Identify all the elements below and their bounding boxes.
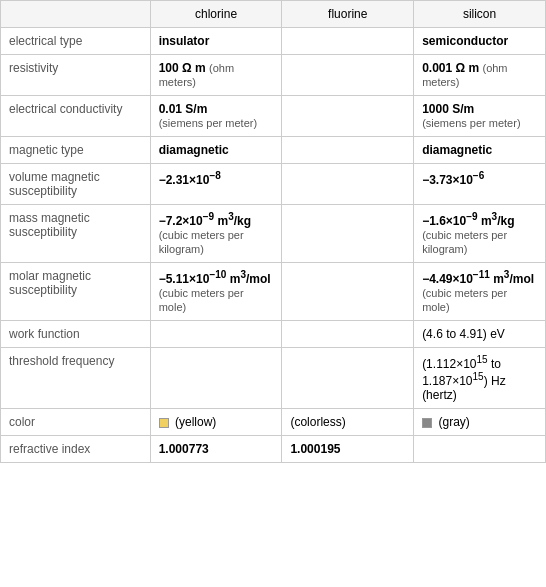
header-property (1, 1, 151, 28)
fluorine-value: (colorless) (282, 409, 414, 436)
property-label: magnetic type (1, 137, 151, 164)
table-row: electrical conductivity0.01 S/m(siemens … (1, 96, 546, 137)
chlorine-value: insulator (150, 28, 282, 55)
chlorine-value: 1.000773 (150, 436, 282, 463)
table-row: electrical typeinsulatorsemiconductor (1, 28, 546, 55)
property-label: resistivity (1, 55, 151, 96)
chlorine-value: −2.31×10−8 (150, 164, 282, 205)
fluorine-value (282, 55, 414, 96)
table-row: resistivity100 Ω m (ohm meters)0.001 Ω m… (1, 55, 546, 96)
table-row: molar magnetic susceptibility−5.11×10−10… (1, 263, 546, 321)
silicon-value: −1.6×10−9 m3/kg (cubic meters per kilogr… (414, 205, 546, 263)
table-row: mass magnetic susceptibility−7.2×10−9 m3… (1, 205, 546, 263)
chlorine-value: −7.2×10−9 m3/kg (cubic meters per kilogr… (150, 205, 282, 263)
table-row: threshold frequency(1.112×1015 to 1.187×… (1, 348, 546, 409)
chlorine-value (150, 321, 282, 348)
table-row: magnetic typediamagneticdiamagnetic (1, 137, 546, 164)
property-label: mass magnetic susceptibility (1, 205, 151, 263)
chlorine-value: −5.11×10−10 m3/mol (cubic meters per mol… (150, 263, 282, 321)
fluorine-value: 1.000195 (282, 436, 414, 463)
silicon-value: (gray) (414, 409, 546, 436)
properties-table: chlorine fluorine silicon electrical typ… (0, 0, 546, 463)
fluorine-value (282, 205, 414, 263)
silicon-value: 0.001 Ω m (ohm meters) (414, 55, 546, 96)
property-label: electrical conductivity (1, 96, 151, 137)
chlorine-value: 0.01 S/m(siemens per meter) (150, 96, 282, 137)
table-row: refractive index1.0007731.000195 (1, 436, 546, 463)
property-label: refractive index (1, 436, 151, 463)
fluorine-value (282, 263, 414, 321)
silicon-value: 1000 S/m(siemens per meter) (414, 96, 546, 137)
header-fluorine: fluorine (282, 1, 414, 28)
fluorine-value (282, 164, 414, 205)
fluorine-value (282, 96, 414, 137)
fluorine-value (282, 137, 414, 164)
silicon-value: −3.73×10−6 (414, 164, 546, 205)
property-label: color (1, 409, 151, 436)
chlorine-value: 100 Ω m (ohm meters) (150, 55, 282, 96)
property-label: work function (1, 321, 151, 348)
property-label: threshold frequency (1, 348, 151, 409)
chlorine-value: (yellow) (150, 409, 282, 436)
table-row: work function(4.6 to 4.91) eV (1, 321, 546, 348)
table-row: color (yellow)(colorless) (gray) (1, 409, 546, 436)
chlorine-value: diamagnetic (150, 137, 282, 164)
header-silicon: silicon (414, 1, 546, 28)
silicon-value: (1.112×1015 to 1.187×1015) Hz (hertz) (414, 348, 546, 409)
silicon-value: (4.6 to 4.91) eV (414, 321, 546, 348)
fluorine-value (282, 321, 414, 348)
property-label: molar magnetic susceptibility (1, 263, 151, 321)
silicon-value: −4.49×10−11 m3/mol (cubic meters per mol… (414, 263, 546, 321)
fluorine-value (282, 348, 414, 409)
property-label: volume magnetic susceptibility (1, 164, 151, 205)
silicon-value (414, 436, 546, 463)
silicon-value: semiconductor (414, 28, 546, 55)
header-chlorine: chlorine (150, 1, 282, 28)
property-label: electrical type (1, 28, 151, 55)
silicon-value: diamagnetic (414, 137, 546, 164)
chlorine-value (150, 348, 282, 409)
fluorine-value (282, 28, 414, 55)
table-row: volume magnetic susceptibility−2.31×10−8… (1, 164, 546, 205)
